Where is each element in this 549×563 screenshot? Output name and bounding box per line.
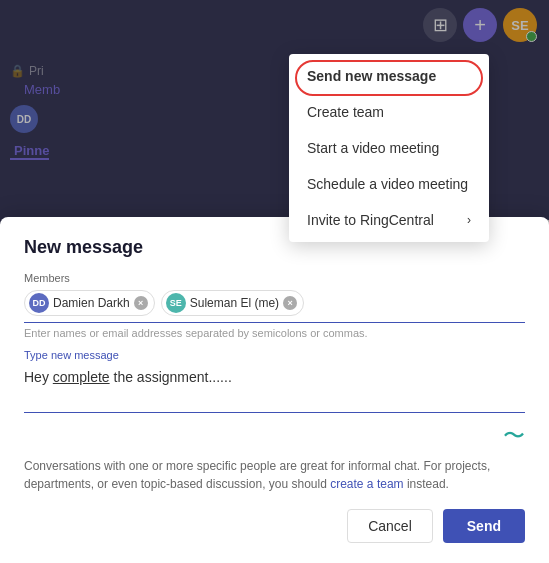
chip-avatar-dd: DD <box>29 293 49 313</box>
cancel-button[interactable]: Cancel <box>347 509 433 543</box>
members-hint: Enter names or email addresses separated… <box>24 327 525 339</box>
info-text: Conversations with one or more specific … <box>24 457 525 493</box>
remove-member-dd[interactable]: × <box>134 296 148 310</box>
create-team-link[interactable]: create a team <box>330 477 403 491</box>
menu-item-schedule-video[interactable]: Schedule a video meeting <box>289 166 489 202</box>
remove-member-se[interactable]: × <box>283 296 297 310</box>
chip-name-se: Suleman El (me) <box>190 296 279 310</box>
members-row: DD Damien Darkh × SE Suleman El (me) × <box>24 290 525 323</box>
chevron-right-icon: › <box>467 213 471 227</box>
members-label: Members <box>24 272 525 284</box>
wave-icon: 〜 <box>503 421 525 451</box>
message-label: Type new message <box>24 349 525 361</box>
send-button[interactable]: Send <box>443 509 525 543</box>
menu-item-send-message[interactable]: Send new message <box>289 58 489 94</box>
menu-item-start-video[interactable]: Start a video meeting <box>289 130 489 166</box>
message-text-after: the assignment...... <box>110 369 232 385</box>
message-text-complete: complete <box>53 369 110 385</box>
message-text-hey: Hey <box>24 369 53 385</box>
message-area[interactable]: Hey complete the assignment...... <box>24 367 525 407</box>
member-chip-se: SE Suleman El (me) × <box>161 290 304 316</box>
chip-avatar-se: SE <box>166 293 186 313</box>
dropdown-menu: Send new message Create team Start a vid… <box>289 54 489 242</box>
message-input-underline <box>24 411 525 413</box>
chip-name-dd: Damien Darkh <box>53 296 130 310</box>
menu-item-create-team[interactable]: Create team <box>289 94 489 130</box>
menu-item-invite[interactable]: Invite to RingCentral › <box>289 202 489 238</box>
new-message-modal: New message Members DD Damien Darkh × SE… <box>0 217 549 563</box>
member-chip-dd: DD Damien Darkh × <box>24 290 155 316</box>
modal-actions: Cancel Send <box>24 509 525 543</box>
